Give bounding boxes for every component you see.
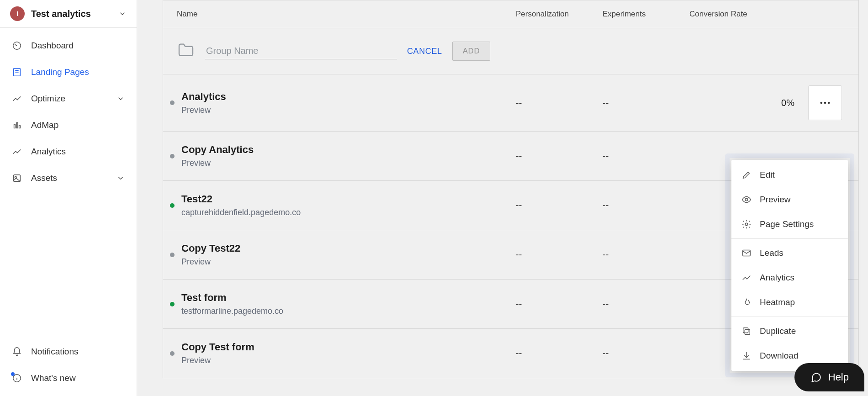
- nav-label: Landing Pages: [31, 67, 89, 77]
- chevron-down-icon: [118, 10, 127, 18]
- cell-experiments: --: [603, 98, 689, 108]
- trend-icon: [741, 273, 752, 283]
- svg-point-30: [745, 198, 748, 201]
- cell-experiments: --: [603, 299, 689, 309]
- nav-analytics[interactable]: Analytics: [0, 138, 137, 165]
- menu-item-analytics[interactable]: Analytics: [731, 265, 848, 290]
- gear-icon: [741, 219, 752, 229]
- pencil-icon: [741, 170, 752, 180]
- admap-icon: [12, 120, 22, 130]
- row-title: Analytics: [181, 91, 516, 103]
- cell-experiments: --: [603, 151, 689, 161]
- status-dot: [170, 203, 175, 208]
- nav-label: Optimize: [31, 94, 65, 104]
- col-experiments: Experiments: [603, 10, 689, 19]
- info-icon: [12, 373, 22, 383]
- svg-rect-32: [743, 250, 751, 256]
- nav-landing-pages[interactable]: Landing Pages: [0, 59, 137, 85]
- help-button[interactable]: Help: [794, 363, 864, 391]
- status-dot: [170, 351, 175, 356]
- menu-item-label: Analytics: [760, 273, 794, 283]
- nav-optimize[interactable]: Optimize: [0, 85, 137, 112]
- dashboard-icon: [12, 41, 22, 51]
- nav-notifications[interactable]: Notifications: [0, 338, 137, 365]
- nav-admap[interactable]: AdMap: [0, 112, 137, 138]
- main: Name Personalization Experiments Convers…: [137, 0, 868, 396]
- avatar: I: [10, 6, 25, 21]
- svg-rect-6: [19, 126, 21, 128]
- row-subtitle: Preview: [181, 356, 516, 365]
- mail-icon: [741, 248, 752, 258]
- row-title: Copy Analytics: [181, 144, 516, 156]
- context-menu: EditPreviewPage SettingsLeadsAnalyticsHe…: [731, 160, 848, 371]
- nav-label: Dashboard: [31, 41, 74, 51]
- row-subtitle: capturehiddenfield.pagedemo.co: [181, 208, 516, 217]
- nav-dashboard[interactable]: Dashboard: [0, 32, 137, 59]
- help-label: Help: [828, 371, 849, 383]
- cell-personalization: --: [516, 151, 603, 161]
- chevron-down-icon: [116, 174, 125, 182]
- menu-item-page-settings[interactable]: Page Settings: [731, 212, 848, 237]
- bottom-nav: Notifications What's new: [0, 338, 137, 396]
- eye-icon: [741, 195, 752, 205]
- col-name: Name: [177, 10, 516, 19]
- account-switcher[interactable]: I Test analytics: [0, 0, 137, 28]
- cell-experiments: --: [603, 348, 689, 359]
- menu-item-label: Leads: [760, 248, 783, 258]
- cell-personalization: --: [516, 200, 603, 211]
- nav-label: Notifications: [31, 347, 79, 357]
- row-title: Copy Test form: [181, 341, 516, 353]
- analytics-icon: [12, 147, 22, 157]
- menu-item-heatmap[interactable]: Heatmap: [731, 290, 848, 315]
- svg-point-13: [824, 102, 826, 104]
- menu-item-label: Page Settings: [760, 219, 814, 229]
- svg-rect-33: [745, 329, 750, 334]
- svg-rect-5: [16, 123, 18, 128]
- row-subtitle: testformarline.pagedemo.co: [181, 306, 516, 316]
- menu-item-label: Heatmap: [760, 297, 795, 307]
- status-dot: [170, 154, 175, 158]
- cell-personalization: --: [516, 348, 603, 359]
- cell-personalization: --: [516, 98, 603, 108]
- svg-rect-34: [743, 328, 748, 333]
- menu-item-duplicate[interactable]: Duplicate: [731, 319, 848, 343]
- row-subtitle: Preview: [181, 106, 516, 115]
- assets-icon: [12, 173, 22, 183]
- row-title: Test form: [181, 292, 516, 304]
- row-title: Copy Test22: [181, 243, 516, 254]
- menu-item-leads[interactable]: Leads: [731, 241, 848, 265]
- table-header: Name Personalization Experiments Convers…: [163, 0, 859, 28]
- col-conversion: Conversion Rate: [689, 10, 808, 19]
- nav-assets[interactable]: Assets: [0, 165, 137, 191]
- flame-icon: [741, 297, 752, 307]
- menu-item-edit[interactable]: Edit: [731, 163, 848, 187]
- row-subtitle: Preview: [181, 257, 516, 267]
- new-group-row: CANCEL ADD: [163, 28, 858, 74]
- table-row[interactable]: Analytics Preview -- -- 0%: [163, 74, 858, 131]
- group-name-input[interactable]: [205, 43, 397, 59]
- bell-icon: [12, 347, 22, 357]
- landing-pages-icon: [12, 67, 22, 77]
- status-dot: [170, 100, 175, 105]
- nav-whats-new[interactable]: What's new: [0, 365, 137, 391]
- menu-divider: [731, 238, 848, 239]
- menu-item-label: Download: [760, 351, 799, 361]
- row-title: Test22: [181, 193, 516, 205]
- menu-divider: [731, 317, 848, 317]
- add-button[interactable]: ADD: [452, 42, 491, 61]
- menu-item-preview[interactable]: Preview: [731, 187, 848, 212]
- nav-label: Assets: [31, 173, 57, 183]
- cell-personalization: --: [516, 299, 603, 309]
- row-actions-button[interactable]: [808, 85, 842, 120]
- menu-item-label: Edit: [760, 170, 775, 180]
- folder-icon: [177, 41, 195, 61]
- nav: Dashboard Landing Pages Optimize AdMap A…: [0, 28, 137, 338]
- cell-personalization: --: [516, 249, 603, 260]
- menu-item-label: Preview: [760, 195, 791, 205]
- svg-point-31: [745, 223, 748, 226]
- download-icon: [741, 351, 752, 361]
- status-dot: [170, 302, 175, 306]
- menu-item-label: Duplicate: [760, 326, 796, 336]
- cancel-button[interactable]: CANCEL: [407, 47, 442, 56]
- svg-point-12: [820, 102, 823, 104]
